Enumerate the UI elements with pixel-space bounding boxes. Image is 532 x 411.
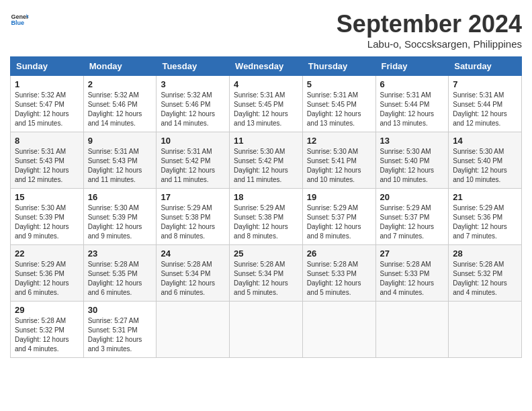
- day-info: Sunrise: 5:28 AMSunset: 5:35 PMDaylight:…: [88, 261, 142, 296]
- calendar-cell: 30Sunrise: 5:27 AMSunset: 5:31 PMDayligh…: [83, 302, 157, 358]
- calendar-cell: 7Sunrise: 5:31 AMSunset: 5:44 PMDaylight…: [449, 76, 522, 132]
- day-info: Sunrise: 5:32 AMSunset: 5:47 PMDaylight:…: [15, 91, 69, 127]
- calendar-cell: 9Sunrise: 5:31 AMSunset: 5:43 PMDaylight…: [83, 132, 157, 189]
- weekday-header-sunday: Sunday: [11, 57, 84, 76]
- calendar-week-row: 29Sunrise: 5:28 AMSunset: 5:32 PMDayligh…: [11, 302, 522, 358]
- calendar-cell: [157, 302, 230, 358]
- day-info: Sunrise: 5:30 AMSunset: 5:40 PMDaylight:…: [453, 148, 507, 183]
- weekday-header-wednesday: Wednesday: [230, 57, 303, 76]
- day-info: Sunrise: 5:28 AMSunset: 5:32 PMDaylight:…: [15, 317, 69, 353]
- day-number: 7: [453, 79, 517, 89]
- calendar-cell: 20Sunrise: 5:29 AMSunset: 5:37 PMDayligh…: [375, 189, 449, 245]
- day-info: Sunrise: 5:28 AMSunset: 5:32 PMDaylight:…: [453, 261, 507, 296]
- day-number: 10: [161, 136, 225, 146]
- calendar-cell: 11Sunrise: 5:30 AMSunset: 5:42 PMDayligh…: [230, 132, 303, 189]
- calendar-cell: 25Sunrise: 5:28 AMSunset: 5:34 PMDayligh…: [230, 245, 303, 302]
- day-number: 30: [88, 305, 152, 315]
- day-number: 19: [307, 192, 371, 202]
- calendar-cell: 14Sunrise: 5:30 AMSunset: 5:40 PMDayligh…: [449, 132, 522, 189]
- weekday-header-saturday: Saturday: [449, 57, 522, 76]
- calendar-week-row: 8Sunrise: 5:31 AMSunset: 5:43 PMDaylight…: [11, 132, 522, 189]
- day-number: 4: [234, 79, 298, 89]
- weekday-header-row: SundayMondayTuesdayWednesdayThursdayFrid…: [11, 57, 522, 76]
- weekday-header-monday: Monday: [83, 57, 157, 76]
- calendar-cell: 19Sunrise: 5:29 AMSunset: 5:37 PMDayligh…: [302, 189, 375, 245]
- calendar-cell: 26Sunrise: 5:28 AMSunset: 5:33 PMDayligh…: [302, 245, 375, 302]
- day-info: Sunrise: 5:29 AMSunset: 5:38 PMDaylight:…: [234, 204, 288, 240]
- day-info: Sunrise: 5:32 AMSunset: 5:46 PMDaylight:…: [88, 91, 142, 127]
- day-info: Sunrise: 5:30 AMSunset: 5:41 PMDaylight:…: [307, 148, 361, 183]
- calendar-week-row: 1Sunrise: 5:32 AMSunset: 5:47 PMDaylight…: [11, 76, 522, 132]
- day-number: 1: [15, 79, 79, 89]
- day-info: Sunrise: 5:27 AMSunset: 5:31 PMDaylight:…: [88, 317, 142, 353]
- weekday-header-friday: Friday: [375, 57, 449, 76]
- day-number: 29: [15, 305, 79, 315]
- day-number: 23: [88, 248, 152, 259]
- calendar-cell: [449, 302, 522, 358]
- day-number: 12: [307, 136, 371, 146]
- day-number: 26: [307, 248, 371, 259]
- calendar-week-row: 22Sunrise: 5:29 AMSunset: 5:36 PMDayligh…: [11, 245, 522, 302]
- month-title: September 2024: [337, 10, 522, 38]
- calendar-cell: 1Sunrise: 5:32 AMSunset: 5:47 PMDaylight…: [11, 76, 84, 132]
- day-info: Sunrise: 5:31 AMSunset: 5:44 PMDaylight:…: [453, 91, 507, 127]
- day-info: Sunrise: 5:32 AMSunset: 5:46 PMDaylight:…: [161, 91, 215, 127]
- calendar-cell: 10Sunrise: 5:31 AMSunset: 5:42 PMDayligh…: [157, 132, 230, 189]
- calendar-cell: 6Sunrise: 5:31 AMSunset: 5:44 PMDaylight…: [375, 76, 449, 132]
- calendar-cell: 5Sunrise: 5:31 AMSunset: 5:45 PMDaylight…: [302, 76, 375, 132]
- day-info: Sunrise: 5:31 AMSunset: 5:45 PMDaylight:…: [307, 91, 361, 127]
- day-number: 28: [453, 248, 517, 259]
- calendar-cell: 22Sunrise: 5:29 AMSunset: 5:36 PMDayligh…: [11, 245, 84, 302]
- day-number: 20: [380, 192, 445, 202]
- day-number: 11: [234, 136, 298, 146]
- calendar-cell: 8Sunrise: 5:31 AMSunset: 5:43 PMDaylight…: [11, 132, 84, 189]
- page-header: General Blue September 2024 Labu-o, Socc…: [10, 10, 522, 50]
- day-info: Sunrise: 5:28 AMSunset: 5:34 PMDaylight:…: [234, 261, 288, 296]
- day-number: 3: [161, 79, 225, 89]
- calendar-cell: 2Sunrise: 5:32 AMSunset: 5:46 PMDaylight…: [83, 76, 157, 132]
- day-info: Sunrise: 5:30 AMSunset: 5:42 PMDaylight:…: [234, 148, 288, 183]
- calendar-cell: 12Sunrise: 5:30 AMSunset: 5:41 PMDayligh…: [302, 132, 375, 189]
- day-number: 17: [161, 192, 225, 202]
- logo-icon: General Blue: [10, 10, 29, 29]
- day-info: Sunrise: 5:28 AMSunset: 5:33 PMDaylight:…: [307, 261, 361, 296]
- calendar-cell: 28Sunrise: 5:28 AMSunset: 5:32 PMDayligh…: [449, 245, 522, 302]
- day-number: 18: [234, 192, 298, 202]
- calendar-cell: 27Sunrise: 5:28 AMSunset: 5:33 PMDayligh…: [375, 245, 449, 302]
- calendar-cell: 17Sunrise: 5:29 AMSunset: 5:38 PMDayligh…: [157, 189, 230, 245]
- day-info: Sunrise: 5:31 AMSunset: 5:43 PMDaylight:…: [88, 148, 142, 183]
- calendar-cell: 21Sunrise: 5:29 AMSunset: 5:36 PMDayligh…: [449, 189, 522, 245]
- day-number: 25: [234, 248, 298, 259]
- day-number: 21: [453, 192, 517, 202]
- day-number: 13: [380, 136, 445, 146]
- calendar-cell: 15Sunrise: 5:30 AMSunset: 5:39 PMDayligh…: [11, 189, 84, 245]
- calendar-cell: 13Sunrise: 5:30 AMSunset: 5:40 PMDayligh…: [375, 132, 449, 189]
- day-number: 24: [161, 248, 225, 259]
- calendar-week-row: 15Sunrise: 5:30 AMSunset: 5:39 PMDayligh…: [11, 189, 522, 245]
- day-info: Sunrise: 5:29 AMSunset: 5:37 PMDaylight:…: [307, 204, 361, 240]
- calendar-cell: 23Sunrise: 5:28 AMSunset: 5:35 PMDayligh…: [83, 245, 157, 302]
- day-info: Sunrise: 5:31 AMSunset: 5:43 PMDaylight:…: [15, 148, 69, 183]
- weekday-header-tuesday: Tuesday: [157, 57, 230, 76]
- day-info: Sunrise: 5:30 AMSunset: 5:40 PMDaylight:…: [380, 148, 435, 183]
- calendar-table: SundayMondayTuesdayWednesdayThursdayFrid…: [10, 56, 522, 358]
- day-number: 16: [88, 192, 152, 202]
- day-number: 2: [88, 79, 152, 89]
- calendar-cell: [230, 302, 303, 358]
- day-info: Sunrise: 5:31 AMSunset: 5:45 PMDaylight:…: [234, 91, 288, 127]
- weekday-header-thursday: Thursday: [302, 57, 375, 76]
- title-area: September 2024 Labu-o, Soccsksargen, Phi…: [337, 10, 522, 50]
- day-info: Sunrise: 5:29 AMSunset: 5:36 PMDaylight:…: [453, 204, 507, 240]
- day-number: 27: [380, 248, 445, 259]
- day-info: Sunrise: 5:29 AMSunset: 5:37 PMDaylight:…: [380, 204, 435, 240]
- day-info: Sunrise: 5:29 AMSunset: 5:36 PMDaylight:…: [15, 261, 69, 296]
- day-number: 9: [88, 136, 152, 146]
- day-info: Sunrise: 5:30 AMSunset: 5:39 PMDaylight:…: [15, 204, 69, 240]
- calendar-cell: [302, 302, 375, 358]
- day-number: 8: [15, 136, 79, 146]
- calendar-cell: 29Sunrise: 5:28 AMSunset: 5:32 PMDayligh…: [11, 302, 84, 358]
- day-info: Sunrise: 5:31 AMSunset: 5:44 PMDaylight:…: [380, 91, 435, 127]
- day-info: Sunrise: 5:31 AMSunset: 5:42 PMDaylight:…: [161, 148, 215, 183]
- calendar-cell: 3Sunrise: 5:32 AMSunset: 5:46 PMDaylight…: [157, 76, 230, 132]
- calendar-cell: 4Sunrise: 5:31 AMSunset: 5:45 PMDaylight…: [230, 76, 303, 132]
